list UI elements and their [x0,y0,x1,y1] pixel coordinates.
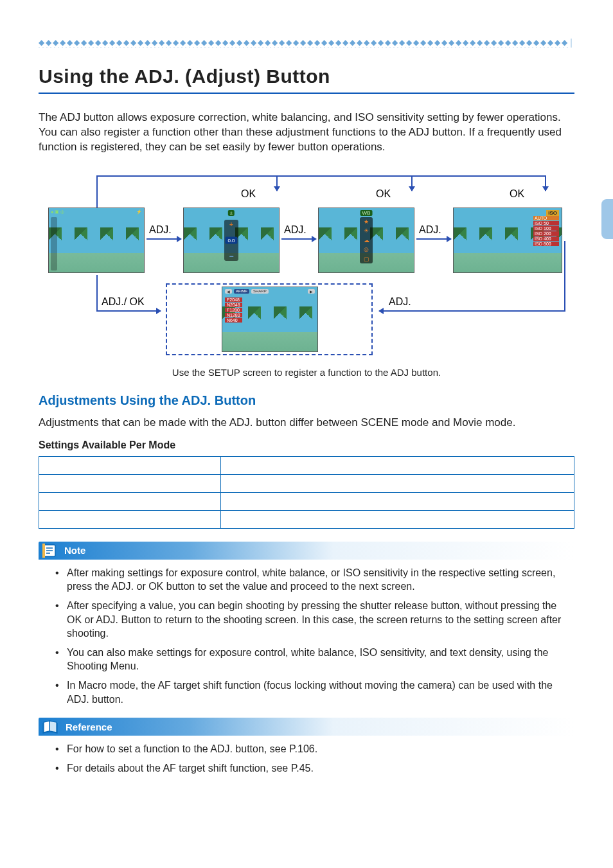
size-option: F2048 [225,297,242,302]
screen-exposure: ± 0.0 [183,208,280,273]
size-option: N640 [225,318,242,323]
book-icon [42,720,59,734]
svg-rect-4 [42,544,45,558]
adj-label: ADJ. [284,224,306,236]
screen-white-balance: WB ★☀☁◎▢ [318,208,414,273]
flow-line [96,275,98,310]
table-row [39,492,574,510]
mode-pill: SHARP [251,289,269,294]
flow-arrow [96,310,161,312]
flow-line [564,241,565,312]
exposure-tag-icon: ± [228,210,235,216]
reference-title: Reference [66,722,112,732]
page-content: Using the ADJ. (Adjust) Button The ADJ b… [0,0,613,825]
mode-pill: AF/MF [234,289,249,294]
wb-tag: WB [360,210,373,216]
settings-per-mode-table [39,456,574,529]
reference-header: Reference [39,718,574,736]
flow-arrow [411,175,413,191]
nav-left-icon: ◀ [225,289,232,294]
note-list: After making settings for exposure contr… [39,560,574,706]
ok-label-2: OK [376,188,391,200]
note-title: Note [64,545,85,556]
list-item: You can also make settings for exposure … [64,646,568,673]
list-item: For how to set a function to the ADJ. bu… [64,742,568,756]
page-title: Using the ADJ. (Adjust) Button [39,66,574,94]
subsection-heading: Adjustments Using the ADJ. Button [39,393,574,408]
iso-option: ISO 50 [533,221,559,226]
note-callout: Note After making settings for exposure … [39,542,574,706]
diagram-caption: Use the SETUP screen to register a funct… [39,367,574,378]
flow-arrow [281,238,316,240]
page-section-tab [601,199,613,239]
adj-label: ADJ. [419,224,441,236]
flow-arrow [379,310,565,312]
table-row [39,510,574,528]
list-item: After specifying a value, you can begin … [64,599,568,641]
table-heading: Settings Available Per Mode [39,439,574,451]
adj-flow-diagram: OK OK OK ● ▣ ◎⚡ ± 0.0 WB ★☀☁◎▢ ISO AUTO [39,169,574,362]
table-row [39,456,574,474]
screen-initial: ● ▣ ◎⚡ [48,208,145,273]
ok-label-3: OK [510,188,524,200]
iso-tag: ISO [546,210,559,216]
ok-label-1: OK [241,188,256,200]
exposure-value: 0.0 [225,236,237,244]
reference-list: For how to set a function to the ADJ. bu… [39,736,574,775]
iso-option: ISO 800 [533,242,559,246]
iso-option: ISO 100 [533,226,559,231]
flow-arrow [147,238,181,240]
size-option: N1280 [225,313,242,317]
flow-line [96,175,546,177]
adj-ok-label: ADJ./ OK [102,296,145,308]
screen-registered-function: ◀ AF/MF SHARP ▶ F2048 N2048 F1280 N1280 … [222,287,318,352]
iso-option: ISO 400 [533,236,559,241]
nav-right-icon: ▶ [308,289,315,294]
flow-arrow [276,175,278,191]
note-icon [42,544,58,558]
size-option: F1280 [225,308,242,312]
note-header: Note [39,542,574,560]
reference-callout: Reference For how to set a function to t… [39,718,574,775]
intro-paragraph: The ADJ button allows exposure correctio… [39,111,574,155]
list-item: In Macro mode, the AF target shift funct… [64,678,568,706]
flow-arrow [416,238,451,240]
list-item: After making settings for exposure contr… [64,566,568,594]
screen-iso: ISO AUTO ISO 50 ISO 100 ISO 200 ISO 400 … [453,208,562,273]
iso-option: AUTO [533,216,559,220]
list-item: For details about the AF target shift fu… [64,761,568,775]
table-row [39,474,574,492]
flow-arrow [545,175,546,191]
adj-label: ADJ. [389,296,411,308]
adj-label: ADJ. [149,224,172,236]
iso-option: ISO 200 [533,231,559,236]
decorative-divider [39,39,574,48]
size-option: N2048 [225,303,242,307]
subsection-body: Adjustments that can be made with the AD… [39,416,574,430]
